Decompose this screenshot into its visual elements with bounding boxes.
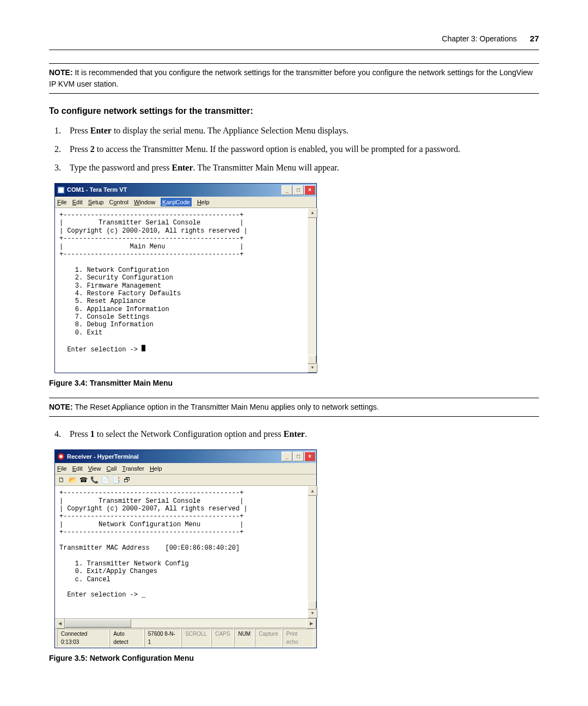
step-pre: Type the password and press <box>70 163 172 172</box>
status-baud: 57600 8-N-1 <box>144 629 181 647</box>
menu-transfer[interactable]: Transfer <box>122 464 144 473</box>
note-prefix: NOTE: <box>49 68 73 77</box>
scroll-down-button[interactable]: ▼ <box>308 363 317 373</box>
note-prefix: NOTE: <box>49 403 73 411</box>
svg-point-3 <box>59 455 63 458</box>
vertical-scrollbar[interactable]: ▲ ▼ <box>308 208 316 373</box>
terminal-body[interactable]: +---------------------------------------… <box>55 486 316 618</box>
send-icon[interactable]: 📄 <box>101 476 109 484</box>
receive-icon[interactable]: 📑 <box>112 476 120 484</box>
minimize-button[interactable]: _ <box>281 452 292 461</box>
open-icon[interactable]: 📂 <box>68 476 77 484</box>
note-box-2: NOTE: The Reset Appliance option in the … <box>49 398 539 417</box>
step-num: 1. <box>54 124 68 137</box>
note-text: It is recommended that you configure the… <box>49 68 532 88</box>
menu-help[interactable]: Help <box>197 198 210 207</box>
titlebar[interactable]: Receiver - HyperTerminal _ □ × <box>55 450 316 463</box>
figure-caption-35: Figure 3.5: Network Configuration Menu <box>49 653 539 664</box>
app-icon <box>57 453 65 460</box>
menubar: File Edit View Call Transfer Help <box>55 463 316 475</box>
menu-edit[interactable]: Edit <box>72 198 83 207</box>
step-post: to access the Transmitter Menu. If the p… <box>95 144 460 154</box>
titlebar[interactable]: COM1 - Tera Term VT _ □ × <box>55 184 316 197</box>
terminal-content: +---------------------------------------… <box>59 489 248 599</box>
terminal-content: +---------------------------------------… <box>59 211 248 354</box>
step-strong: 2 <box>90 144 95 154</box>
hyperterminal-window: Receiver - HyperTerminal _ □ × File Edit… <box>54 449 317 648</box>
menu-edit[interactable]: Edit <box>72 464 83 473</box>
step-strong: 1 <box>90 429 95 439</box>
minimize-button[interactable]: _ <box>281 185 292 195</box>
cursor-icon <box>142 345 145 351</box>
new-icon[interactable]: 🗋 <box>57 476 66 484</box>
step-item: 2. Press 2 to access the Transmitter Men… <box>49 143 539 156</box>
hscroll-thumb[interactable] <box>65 619 131 628</box>
scroll-up-button[interactable]: ▲ <box>308 208 317 218</box>
step-pre: Press <box>70 126 90 135</box>
step-strong2: Enter <box>284 429 305 439</box>
scroll-right-button[interactable]: ▶ <box>307 619 316 629</box>
connect-icon[interactable]: ☎ <box>79 476 88 484</box>
note-box-1: NOTE: It is recommended that you configu… <box>49 63 539 94</box>
menu-call[interactable]: Call <box>106 464 117 473</box>
menu-view[interactable]: View <box>88 464 101 473</box>
menu-file[interactable]: File <box>57 464 67 473</box>
horizontal-scrollbar[interactable]: ◀ ▶ <box>55 618 316 628</box>
maximize-button[interactable]: □ <box>293 185 304 195</box>
header-page: 27 <box>530 33 539 45</box>
vertical-scrollbar[interactable]: ▲ ▼ <box>308 486 316 618</box>
close-button[interactable]: × <box>304 452 315 461</box>
step-post: . The Transmitter Main Menu will appear. <box>193 163 339 172</box>
section-heading: To configure network settings for the tr… <box>49 105 539 118</box>
figure-caption-34: Figure 3.4: Transmitter Main Menu <box>49 378 539 389</box>
menu-help[interactable]: Help <box>150 464 162 473</box>
window-title: COM1 - Tera Term VT <box>67 185 127 194</box>
scroll-thumb[interactable] <box>308 355 316 364</box>
step-post2: . <box>305 429 307 439</box>
note-text: The Reset Appliance option in the Transm… <box>73 403 379 411</box>
steps-list-2: 4. Press 1 to select the Network Configu… <box>49 428 539 441</box>
scroll-track[interactable] <box>308 496 316 608</box>
header-chapter: Chapter 3: Operations <box>442 33 517 45</box>
toolbar: 🗋 📂 ☎ 📞 📄 📑 🗗 <box>55 474 316 486</box>
status-scroll: SCROLL <box>181 629 211 647</box>
svg-rect-1 <box>58 187 64 193</box>
maximize-button[interactable]: □ <box>293 452 304 461</box>
status-detect: Auto detect <box>109 629 144 647</box>
menu-file[interactable]: File <box>57 198 67 207</box>
status-num: NUM <box>234 629 254 647</box>
step-pre: Press <box>70 144 90 154</box>
menu-setup[interactable]: Setup <box>88 198 104 207</box>
step-num: 3. <box>54 161 68 174</box>
status-caps: CAPS <box>211 629 234 647</box>
scroll-track[interactable] <box>308 218 316 363</box>
scroll-left-button[interactable]: ◀ <box>55 619 65 629</box>
hscroll-track[interactable] <box>65 619 307 628</box>
step-num: 4. <box>54 428 68 441</box>
scroll-up-button[interactable]: ▲ <box>308 486 317 496</box>
steps-list-1: 1. Press Enter to display the serial men… <box>49 124 539 174</box>
step-item: 1. Press Enter to display the serial men… <box>49 124 539 137</box>
menubar: File Edit Setup Control Window KanjiCode… <box>55 197 316 209</box>
scroll-down-button[interactable]: ▼ <box>308 608 317 618</box>
step-post: to display the serial menu. The Applianc… <box>112 126 348 135</box>
status-capture: Capture <box>255 629 282 647</box>
step-post: to select the Network Configuration opti… <box>95 429 284 439</box>
menu-window[interactable]: Window <box>134 198 155 207</box>
terminal-body[interactable]: +---------------------------------------… <box>55 208 316 373</box>
window-buttons: _ □ × <box>281 185 315 195</box>
menu-kanjicode[interactable]: KanjiCode <box>161 198 192 207</box>
statusbar: Connected 0:13:03 Auto detect 57600 8-N-… <box>55 628 316 648</box>
properties-icon[interactable]: 🗗 <box>122 476 131 484</box>
scroll-thumb[interactable] <box>308 601 316 610</box>
page-header: Chapter 3: Operations 27 <box>49 33 539 50</box>
close-button[interactable]: × <box>304 185 315 195</box>
status-print: Print echo <box>283 629 314 647</box>
step-num: 2. <box>54 143 68 156</box>
app-icon <box>57 186 65 194</box>
window-buttons: _ □ × <box>281 452 315 461</box>
status-connected: Connected 0:13:03 <box>57 629 109 647</box>
window-title: Receiver - HyperTerminal <box>67 452 139 461</box>
menu-control[interactable]: Control <box>109 198 128 207</box>
disconnect-icon[interactable]: 📞 <box>90 476 99 484</box>
